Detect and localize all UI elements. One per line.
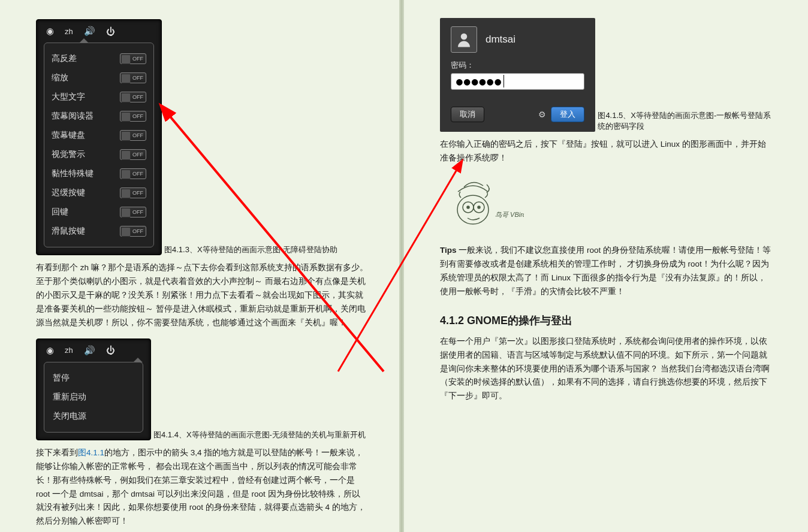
toggle-switch[interactable]: OFF [120,92,146,102]
accessibility-dropdown: 高反差OFF 缩放OFF 大型文字OFF 萤幕阅读器OFF 萤幕键盘OFF 视觉… [44,43,154,247]
volume-icon[interactable]: 🔊 [84,26,95,37]
figure-caption: 图4.1.3、X等待登陆的画面示意图-无障碍登陆协助 [164,244,337,255]
toggle-switch[interactable]: OFF [120,53,146,64]
power-icon[interactable]: ⏻ [106,26,115,37]
lang-indicator[interactable]: zh [65,346,73,355]
svg-text:鸟哥 VBird: 鸟哥 VBird [495,211,524,218]
password-input[interactable]: ●●●●●● [451,73,584,90]
svg-point-8 [478,206,480,208]
body-text: 在你输入正确的密码之后，按下『登陆』按钮，就可以进入 Linux 的图形画面中，… [440,138,772,165]
power-dropdown: 暂停 重新启动 关闭电源 [44,362,143,433]
toggle-label: 萤幕阅读器 [52,111,94,122]
tips-label: Tips [440,246,457,255]
toggle-label: 缩放 [52,72,68,83]
volume-icon[interactable]: 🔊 [84,345,95,356]
toggle-label: 高反差 [52,53,77,64]
page-divider [399,0,404,532]
power-icon[interactable]: ⏻ [106,345,115,355]
figure-caption: 图4.1.4、X等待登陆的画面示意图-无须登陆的关机与重新开机 [153,430,366,440]
figure-caption: 图4.1.5、X等待登陆的画面示意图-一般帐号登陆系统的密码字段 [598,110,772,132]
toggle-switch[interactable]: OFF [120,226,146,237]
toggle-switch[interactable]: OFF [120,168,146,179]
toggle-label: 滑鼠按键 [52,226,85,237]
login-username: dmtsai [486,34,515,46]
login-button[interactable]: 登入 [551,107,584,122]
toggle-switch[interactable]: OFF [120,72,146,83]
figure-link[interactable]: 图4.1.1 [78,448,104,457]
avatar [451,26,477,53]
toggle-label: 回键 [52,207,68,217]
accessibility-panel: ◉ zh 🔊 ⏻ 高反差OFF 缩放OFF 大型文字OFF 萤幕阅读器OFF 萤… [36,19,162,255]
svg-point-7 [467,206,469,208]
vbird-doodle: 鸟哥 VBird [440,174,524,234]
accessibility-icon[interactable]: ◉ [46,345,54,356]
menu-restart[interactable]: 重新启动 [50,388,137,407]
section-heading: 4.1.2 GNOME的操作与登出 [440,313,772,328]
cancel-button[interactable]: 取消 [451,107,484,122]
toggle-switch[interactable]: OFF [120,130,146,141]
toggle-label: 黏性特殊键 [52,168,94,179]
body-text: 有看到那个 zh 嘛？那个是语系的选择～点下去你会看到这部系统支持的语系数据有多… [36,261,368,330]
tips-text: Tips 一般来说，我们不建议您直接使用 root 的身份登陆系统喔！请使用一般… [440,244,772,299]
toggle-label: 视觉警示 [52,149,85,160]
accessibility-icon[interactable]: ◉ [46,26,54,37]
toggle-label: 大型文字 [52,92,85,102]
toggle-label: 迟缓按键 [52,188,85,198]
toggle-switch[interactable]: OFF [120,207,146,217]
password-label: 密码： [451,60,584,71]
login-panel: dmtsai 密码： ●●●●●● 取消 ⚙ 登入 [440,18,595,132]
menu-suspend[interactable]: 暂停 [50,368,137,388]
body-text: 在每一个用户『第一次』以图形接口登陆系统时，系统都会询问使用者的操作环境，以依据… [440,335,772,404]
avatar-icon [455,31,473,49]
right-page: dmtsai 密码： ●●●●●● 取消 ⚙ 登入 图4.1.5、X等待登陆的画… [404,0,808,532]
power-panel: ◉ zh 🔊 ⏻ 暂停 重新启动 关闭电源 [36,338,151,440]
gear-icon[interactable]: ⚙ [538,110,546,119]
lang-indicator[interactable]: zh [65,27,73,36]
toggle-label: 萤幕键盘 [52,130,85,141]
toggle-switch[interactable]: OFF [120,188,146,198]
menu-poweroff[interactable]: 关闭电源 [50,407,137,426]
left-page: ◉ zh 🔊 ⏻ 高反差OFF 缩放OFF 大型文字OFF 萤幕阅读器OFF 萤… [0,0,404,532]
toggle-switch[interactable]: OFF [120,111,146,122]
toggle-switch[interactable]: OFF [120,149,146,160]
body-text: 接下来看到图4.1.1的地方，图示中的箭头 3,4 指的地方就是可以登陆的帐号！… [36,446,368,529]
svg-point-2 [461,34,468,40]
